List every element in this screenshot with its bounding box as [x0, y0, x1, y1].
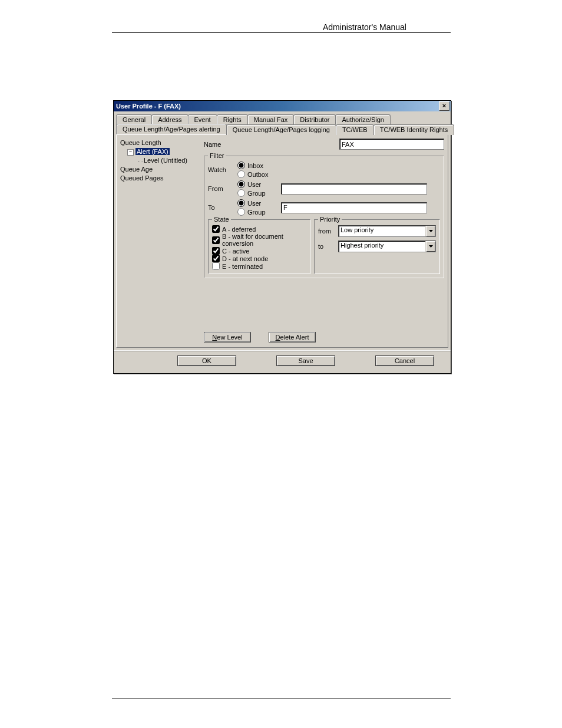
ok-button[interactable]: OK: [177, 355, 236, 366]
name-label: Name: [204, 141, 230, 148]
from-label: From: [208, 185, 234, 192]
priority-from-label: from: [318, 228, 335, 235]
chevron-down-icon[interactable]: [425, 226, 435, 236]
collapse-icon[interactable]: −: [127, 149, 134, 156]
to-group-option[interactable]: Group: [237, 208, 281, 216]
new-level-button[interactable]: New Level: [204, 332, 251, 342]
tab-strip: General Address Event Rights Manual Fax …: [114, 111, 451, 134]
tab-authorize-sign[interactable]: Authorize/Sign: [335, 114, 391, 124]
close-button[interactable]: ×: [439, 101, 449, 111]
state-d-check[interactable]: [212, 255, 220, 262]
priority-legend: Priority: [318, 216, 342, 223]
state-d-option[interactable]: D - at next node: [212, 255, 306, 262]
tree-view[interactable]: Queue Length −Alert (FAX) Level (Untitle…: [120, 139, 201, 183]
state-a-option[interactable]: A - deferred: [212, 225, 306, 233]
from-group-option[interactable]: Group: [237, 189, 281, 197]
tree-node-level[interactable]: Level (Untitled): [120, 156, 201, 165]
watch-outbox-option[interactable]: Outbox: [237, 170, 281, 178]
tab-body: Queue Length −Alert (FAX) Level (Untitle…: [116, 134, 448, 348]
tab-event[interactable]: Event: [188, 114, 217, 124]
delete-alert-button[interactable]: Delete Alert: [269, 332, 316, 342]
header-rule: [112, 32, 451, 33]
state-legend: State: [212, 216, 231, 223]
to-input[interactable]: [281, 202, 427, 213]
from-user-option[interactable]: User: [237, 180, 281, 188]
svg-marker-0: [429, 230, 433, 232]
from-input[interactable]: [281, 183, 427, 195]
tree-node-queued-pages[interactable]: Queued Pages: [120, 174, 201, 183]
form-pane: Name Filter Watch Inbox: [204, 139, 444, 282]
tree-node-queue-length[interactable]: Queue Length: [120, 139, 201, 147]
save-button[interactable]: Save: [276, 355, 335, 366]
tree-node-alert[interactable]: −Alert (FAX): [120, 147, 201, 156]
state-c-check[interactable]: [212, 247, 220, 255]
priority-to-label: to: [318, 243, 335, 250]
watch-label: Watch: [208, 166, 234, 173]
tab-distributor[interactable]: Distributor: [293, 114, 336, 124]
tab-rights[interactable]: Rights: [217, 114, 248, 124]
close-icon: ×: [442, 102, 446, 109]
state-group: State A - deferred B - wait for document…: [208, 216, 310, 274]
filter-group: Filter Watch Inbox Outbox: [204, 152, 444, 278]
state-b-check[interactable]: [212, 236, 220, 244]
watch-inbox-radio[interactable]: [237, 162, 245, 169]
footer-rule: [112, 699, 451, 699]
tab-tcweb[interactable]: TC/WEB: [336, 124, 374, 135]
page-header: Administrator's Manual: [323, 22, 406, 32]
chevron-down-icon[interactable]: [425, 241, 435, 252]
name-input[interactable]: [339, 139, 444, 150]
filter-legend: Filter: [208, 152, 226, 159]
tab-queue-logging[interactable]: Queue Length/Age/Pages logging: [226, 124, 336, 135]
titlebar: User Profile - F (FAX) ×: [114, 101, 451, 111]
svg-marker-1: [429, 245, 433, 248]
priority-to-select[interactable]: Highest priority: [338, 241, 436, 252]
state-b-option[interactable]: B - wait for document conversion: [212, 233, 306, 247]
tab-general[interactable]: General: [116, 114, 152, 124]
watch-inbox-option[interactable]: Inbox: [237, 162, 281, 169]
dialog-buttons: OK Save Cancel: [114, 350, 451, 373]
watch-outbox-radio[interactable]: [237, 170, 245, 178]
state-e-check[interactable]: [212, 262, 220, 270]
priority-group: Priority from Low priority: [314, 216, 440, 274]
to-label: To: [208, 204, 234, 211]
from-group-radio[interactable]: [237, 189, 245, 197]
state-c-option[interactable]: C - active: [212, 247, 306, 255]
tree-node-queue-age[interactable]: Queue Age: [120, 165, 201, 174]
window-title: User Profile - F (FAX): [116, 103, 439, 110]
cancel-button[interactable]: Cancel: [375, 355, 434, 366]
dialog-window: User Profile - F (FAX) × General Address…: [113, 100, 451, 374]
priority-from-select[interactable]: Low priority: [338, 225, 436, 237]
tab-manual-fax[interactable]: Manual Fax: [247, 114, 294, 124]
tree-selected-label: Alert (FAX): [135, 148, 170, 155]
to-user-option[interactable]: User: [237, 199, 281, 207]
tab-address[interactable]: Address: [151, 114, 188, 124]
tab-tcweb-identity[interactable]: TC/WEB Identity Rights: [373, 124, 455, 135]
state-a-check[interactable]: [212, 225, 220, 233]
from-user-radio[interactable]: [237, 180, 245, 188]
to-user-radio[interactable]: [237, 199, 245, 207]
to-group-radio[interactable]: [237, 208, 245, 216]
state-e-option[interactable]: E - terminated: [212, 262, 306, 270]
tab-queue-alerting[interactable]: Queue Length/Age/Pages alerting: [116, 124, 227, 134]
